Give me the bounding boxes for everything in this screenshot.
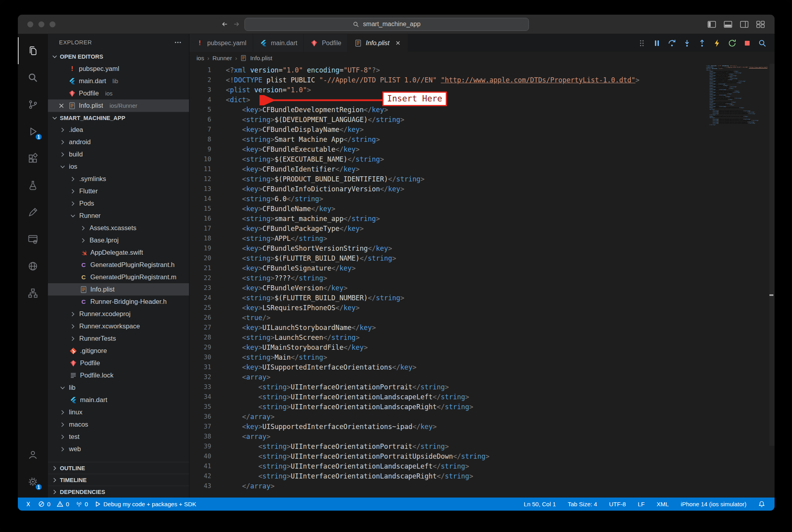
activity-item-extensions[interactable]: [18, 145, 48, 172]
open-editors-section-header[interactable]: OPEN EDITORS: [48, 51, 189, 63]
open-editor-Podfile[interactable]: Podfileios: [48, 87, 189, 99]
activity-item-source-control[interactable]: [18, 91, 48, 118]
activity-item-search[interactable]: [18, 64, 48, 91]
code-line-13[interactable]: 13 <key>CFBundleInfoDictionaryVersion</k…: [189, 184, 775, 194]
layout-grid-icon[interactable]: [756, 20, 765, 29]
status-error[interactable]: 0: [35, 498, 53, 511]
code-line-36[interactable]: 36 </array>: [189, 412, 775, 422]
code-line-26[interactable]: 26 <true/>: [189, 313, 775, 323]
forward-arrow-icon[interactable]: [233, 20, 240, 28]
code-line-40[interactable]: 40 <string>UIInterfaceOrientationPortrai…: [189, 452, 775, 461]
tree-item-Runner-Bridging-Header.h[interactable]: CRunner-Bridging-Header.h: [48, 296, 189, 308]
code-line-11[interactable]: 11 <key>CFBundleIdentifier</key>: [189, 164, 775, 174]
scrollbar-thumb[interactable]: [769, 64, 775, 446]
tree-item-GeneratedPluginRegistrant.h[interactable]: CGeneratedPluginRegistrant.h: [48, 259, 189, 271]
code-line-34[interactable]: 34 <string>UIInterfaceOrientationLandsca…: [189, 392, 775, 402]
zoom-window-button[interactable]: [50, 21, 55, 27]
tree-item-AppDelegate.swift[interactable]: AppDelegate.swift: [48, 246, 189, 259]
more-actions-icon[interactable]: [174, 38, 182, 46]
tree-item-Assets.xcassets[interactable]: Assets.xcassets: [48, 222, 189, 234]
status-debug-status[interactable]: Debug my code + packages + SDK: [91, 498, 199, 511]
open-editor-Info.plist[interactable]: Info.plistios/Runner: [48, 99, 189, 112]
minimap[interactable]: <?xml version="1.0" encoding="UTF-8"?><!…: [706, 65, 767, 126]
code-line-1[interactable]: 1<?xml version="1.0" encoding="UTF-8"?>: [189, 65, 775, 75]
layout-panel-icon[interactable]: [723, 20, 733, 29]
tree-item-Podfile.lock[interactable]: Podfile.lock: [48, 369, 189, 381]
code-line-27[interactable]: 27 <key>UILaunchStoryboardName</key>: [189, 323, 775, 333]
code-line-29[interactable]: 29 <key>UIMainStoryboardFile</key>: [189, 343, 775, 353]
code-line-16[interactable]: 16 <string>smart_machine_app</string>: [189, 214, 775, 224]
tree-item-Runner.xcodeproj[interactable]: Runner.xcodeproj: [48, 308, 189, 320]
tab-Info.plist[interactable]: Info.plist: [348, 34, 408, 52]
tree-item-RunnerTests[interactable]: RunnerTests: [48, 332, 189, 345]
tree-item-Base.lproj[interactable]: Base.lproj: [48, 234, 189, 246]
tree-item-Podfile[interactable]: Podfile: [48, 357, 189, 369]
status-remote[interactable]: [22, 498, 35, 511]
code-line-42[interactable]: 42 <string>UIInterfaceOrientationLandsca…: [189, 471, 775, 481]
grip-icon[interactable]: [637, 39, 646, 48]
code-line-22[interactable]: 22 <string>????</string>: [189, 273, 775, 283]
code-line-21[interactable]: 21 <key>CFBundleSignature</key>: [189, 263, 775, 273]
inspector-icon[interactable]: [758, 39, 767, 48]
tree-item-linux[interactable]: linux: [48, 406, 189, 418]
tree-item-macos[interactable]: macos: [48, 418, 189, 431]
code-line-19[interactable]: 19 <key>CFBundleShortVersionString</key>: [189, 244, 775, 254]
status-text-right-2[interactable]: UTF-8: [606, 501, 629, 507]
status-text-right-0[interactable]: Ln 50, Col 1: [521, 501, 559, 507]
tree-item-.symlinks[interactable]: .symlinks: [48, 173, 189, 185]
status-text-right-4[interactable]: XML: [653, 501, 672, 507]
code-line-38[interactable]: 38 <array>: [189, 432, 775, 442]
activity-item-hierarchy[interactable]: [18, 280, 48, 307]
tree-item-test[interactable]: test: [48, 431, 189, 443]
activity-item-app-settings[interactable]: [18, 226, 48, 253]
step-into-icon[interactable]: [683, 39, 691, 48]
code-line-10[interactable]: 10 <string>$(EXECUTABLE_NAME)</string>: [189, 154, 775, 164]
activity-item-testing[interactable]: [18, 172, 48, 199]
code-line-31[interactable]: 31 <key>UISupportedInterfaceOrientations…: [189, 362, 775, 372]
breadcrumb-item-Runner[interactable]: Runner: [212, 55, 232, 61]
tab-pubspec.yaml[interactable]: !pubspec.yaml: [189, 34, 253, 52]
activity-item-web[interactable]: [18, 253, 48, 280]
code-line-35[interactable]: 35 <string>UIInterfaceOrientationLandsca…: [189, 402, 775, 412]
status-text-right-3[interactable]: LF: [635, 501, 648, 507]
status-warning[interactable]: 0: [53, 498, 72, 511]
tree-item-ios[interactable]: ios: [48, 160, 189, 173]
status-broadcast[interactable]: 0: [73, 498, 91, 511]
status-text-right-1[interactable]: Tab Size: 4: [565, 501, 600, 507]
tree-item-.idea[interactable]: .idea: [48, 124, 189, 136]
tree-item-main.dart[interactable]: main.dart: [48, 394, 189, 406]
code-line-30[interactable]: 30 <string>Main</string>: [189, 353, 775, 362]
tree-item-build[interactable]: build: [48, 148, 189, 160]
breadcrumb[interactable]: ios›Runner›Info.plist: [189, 52, 775, 64]
code-line-6[interactable]: 6 <string>$(DEVELOPMENT_LANGUAGE)</strin…: [189, 115, 775, 125]
layout-sidebar-left-icon[interactable]: [707, 20, 716, 29]
tree-item-Info.plist[interactable]: Info.plist: [48, 283, 189, 296]
restart-icon[interactable]: [728, 39, 737, 48]
section-timeline[interactable]: TIMELINE: [48, 474, 189, 486]
open-editor-pubspec.yaml[interactable]: !pubspec.yaml: [48, 63, 189, 75]
status-bell[interactable]: [755, 501, 768, 507]
code-line-39[interactable]: 39 <string>UIInterfaceOrientationPortrai…: [189, 442, 775, 452]
close-icon[interactable]: [57, 102, 65, 110]
code-line-5[interactable]: 5 <key>CFBundleDevelopmentRegion</key>: [189, 105, 775, 115]
code-line-28[interactable]: 28 <string>LaunchScreen</string>: [189, 333, 775, 343]
minimize-window-button[interactable]: [38, 21, 44, 27]
code-line-17[interactable]: 17 <key>CFBundlePackageType</key>: [189, 224, 775, 234]
back-arrow-icon[interactable]: [221, 20, 229, 28]
activity-item-settings[interactable]: 1: [18, 468, 48, 495]
code-line-41[interactable]: 41 <string>UIInterfaceOrientationLandsca…: [189, 461, 775, 471]
tree-item-Pods[interactable]: Pods: [48, 197, 189, 210]
code-line-2[interactable]: 2<!DOCTYPE plist PUBLIC "-//Apple//DTD P…: [189, 75, 775, 85]
code-line-3[interactable]: 3<plist version="1.0">: [189, 85, 775, 95]
code-line-9[interactable]: 9 <key>CFBundleExecutable</key>: [189, 145, 775, 154]
code-line-32[interactable]: 32 <array>: [189, 372, 775, 382]
step-over-icon[interactable]: [668, 39, 676, 48]
code-line-20[interactable]: 20 <string>$(FLUTTER_BUILD_NAME)</string…: [189, 254, 775, 263]
tree-item-lib[interactable]: lib: [48, 381, 189, 394]
layout-sidebar-right-icon[interactable]: [740, 20, 749, 29]
code-line-7[interactable]: 7 <key>CFBundleDisplayName</key>: [189, 125, 775, 135]
step-out-icon[interactable]: [698, 39, 706, 48]
code-line-18[interactable]: 18 <string>APPL</string>: [189, 234, 775, 244]
code-line-15[interactable]: 15 <key>CFBundleName</key>: [189, 204, 775, 214]
code-editor[interactable]: 1<?xml version="1.0" encoding="UTF-8"?>2…: [189, 64, 775, 498]
